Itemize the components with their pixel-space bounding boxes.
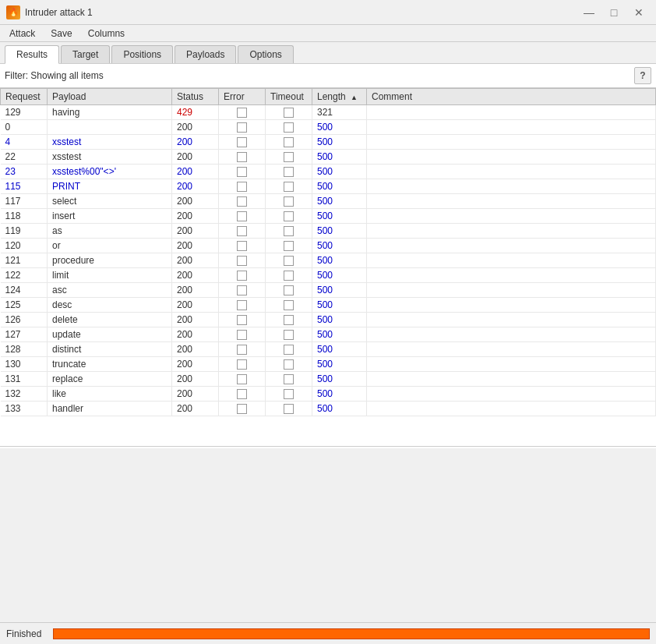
close-button[interactable]: ✕ xyxy=(628,5,650,20)
cell-comment xyxy=(367,313,656,327)
cell-length: 500 xyxy=(312,239,367,253)
cell-timeout xyxy=(266,313,312,327)
tab-results[interactable]: Results xyxy=(5,45,59,64)
table-row[interactable]: 117select200500 xyxy=(1,194,656,209)
help-button[interactable]: ? xyxy=(634,67,651,84)
cell-status: 429 xyxy=(172,105,219,120)
cell-request: 115 xyxy=(1,179,48,194)
cell-payload: delete xyxy=(48,313,172,327)
cell-status: 200 xyxy=(172,387,219,402)
cell-timeout xyxy=(266,357,312,372)
cell-timeout xyxy=(266,327,312,342)
col-header-error[interactable]: Error xyxy=(219,89,266,105)
cell-error xyxy=(219,387,266,402)
cell-length: 500 xyxy=(312,342,367,357)
maximize-button[interactable]: □ xyxy=(603,5,625,20)
table-row[interactable]: 22xsstest200500 xyxy=(1,150,656,165)
cell-payload: having xyxy=(48,105,172,120)
cell-payload: xsstest xyxy=(48,135,172,150)
cell-request: 23 xyxy=(1,165,48,179)
cell-length: 500 xyxy=(312,209,367,224)
cell-status: 200 xyxy=(172,239,219,253)
cell-payload: truncate xyxy=(48,357,172,372)
col-header-comment[interactable]: Comment xyxy=(367,89,656,105)
cell-status: 200 xyxy=(172,313,219,327)
cell-request: 0 xyxy=(1,120,48,135)
cell-error xyxy=(219,327,266,342)
cell-status: 200 xyxy=(172,298,219,313)
cell-timeout xyxy=(266,224,312,239)
cell-length: 500 xyxy=(312,298,367,313)
menu-columns[interactable]: Columns xyxy=(82,27,131,41)
col-header-payload[interactable]: Payload xyxy=(48,89,172,105)
table-row[interactable]: 118insert200500 xyxy=(1,209,656,224)
tab-target[interactable]: Target xyxy=(61,45,110,63)
table-row[interactable]: 129having429321 xyxy=(1,105,656,120)
table-row[interactable]: 124asc200500 xyxy=(1,283,656,298)
col-header-length[interactable]: Length ▲ xyxy=(312,89,367,105)
menu-save[interactable]: Save xyxy=(44,27,78,41)
table-row[interactable]: 133handler200500 xyxy=(1,402,656,416)
cell-comment xyxy=(367,283,656,298)
cell-payload: desc xyxy=(48,298,172,313)
minimize-button[interactable]: — xyxy=(578,5,600,20)
cell-status: 200 xyxy=(172,165,219,179)
cell-status: 200 xyxy=(172,194,219,209)
table-row[interactable]: 0200500 xyxy=(1,120,656,135)
table-row[interactable]: 23xsstest%00"<>'200500 xyxy=(1,165,656,179)
cell-payload: update xyxy=(48,327,172,342)
col-header-timeout[interactable]: Timeout xyxy=(266,89,312,105)
status-label: Finished xyxy=(6,628,45,639)
col-header-status[interactable]: Status xyxy=(172,89,219,105)
table-row[interactable]: 126delete200500 xyxy=(1,313,656,327)
tab-payloads[interactable]: Payloads xyxy=(175,45,236,63)
cell-status: 200 xyxy=(172,120,219,135)
results-table: Request Payload Status Error Timeout xyxy=(0,88,656,416)
cell-payload: PRINT xyxy=(48,179,172,194)
table-row[interactable]: 115PRINT200500 xyxy=(1,179,656,194)
cell-payload: procedure xyxy=(48,253,172,268)
table-row[interactable]: 127update200500 xyxy=(1,327,656,342)
cell-status: 200 xyxy=(172,253,219,268)
tab-options[interactable]: Options xyxy=(238,45,293,63)
table-row[interactable]: 120or200500 xyxy=(1,239,656,253)
table-row[interactable]: 130truncate200500 xyxy=(1,357,656,372)
cell-request: 131 xyxy=(1,372,48,387)
table-row[interactable]: 128distinct200500 xyxy=(1,342,656,357)
menu-attack[interactable]: Attack xyxy=(3,27,41,41)
table-row[interactable]: 131replace200500 xyxy=(1,372,656,387)
cell-length: 500 xyxy=(312,268,367,283)
empty-area xyxy=(0,448,656,589)
col-header-request[interactable]: Request xyxy=(1,89,48,105)
cell-request: 4 xyxy=(1,135,48,150)
table-row[interactable]: 121procedure200500 xyxy=(1,253,656,268)
cell-error xyxy=(219,253,266,268)
cell-timeout xyxy=(266,194,312,209)
cell-length: 500 xyxy=(312,165,367,179)
title-bar-controls: — □ ✕ xyxy=(578,5,650,20)
cell-error xyxy=(219,194,266,209)
tab-positions[interactable]: Positions xyxy=(111,45,173,63)
cell-comment xyxy=(367,150,656,165)
tab-bar: Results Target Positions Payloads Option… xyxy=(0,42,656,64)
cell-request: 127 xyxy=(1,327,48,342)
table-row[interactable]: 119as200500 xyxy=(1,224,656,239)
cell-request: 22 xyxy=(1,150,48,165)
results-table-container[interactable]: Request Payload Status Error Timeout xyxy=(0,88,656,447)
table-row[interactable]: 122limit200500 xyxy=(1,268,656,283)
cell-comment xyxy=(367,387,656,402)
cell-length: 500 xyxy=(312,150,367,165)
cell-payload: or xyxy=(48,239,172,253)
table-row[interactable]: 4xsstest200500 xyxy=(1,135,656,150)
cell-payload: distinct xyxy=(48,342,172,357)
cell-comment xyxy=(367,120,656,135)
cell-timeout xyxy=(266,165,312,179)
table-row[interactable]: 125desc200500 xyxy=(1,298,656,313)
table-row[interactable]: 132like200500 xyxy=(1,387,656,402)
cell-timeout xyxy=(266,283,312,298)
cell-length: 500 xyxy=(312,120,367,135)
cell-status: 200 xyxy=(172,209,219,224)
cell-timeout xyxy=(266,372,312,387)
status-bar: Finished xyxy=(0,622,656,644)
cell-timeout xyxy=(266,135,312,150)
